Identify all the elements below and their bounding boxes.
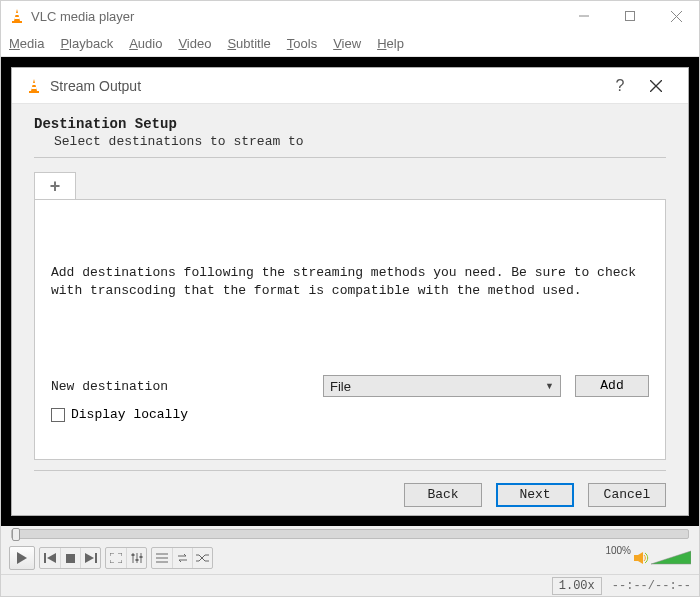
description-text: Add destinations following the streaming…: [51, 264, 649, 299]
svg-rect-17: [66, 554, 75, 563]
volume-slider[interactable]: [651, 550, 691, 566]
stop-button[interactable]: [60, 548, 80, 568]
dialog-titlebar: Stream Output ?: [12, 68, 688, 104]
bottom-controls: 100% 1.00x --:--/--:--: [1, 526, 699, 596]
controls-row: 100%: [1, 542, 699, 574]
close-button[interactable]: [653, 1, 699, 31]
add-tab-button[interactable]: +: [34, 172, 76, 200]
play-button[interactable]: [9, 546, 35, 570]
menu-subtitle[interactable]: Subtitle: [227, 36, 270, 51]
volume-area: 100%: [605, 550, 691, 566]
dialog-buttons: Back Next Cancel: [34, 470, 666, 507]
vlc-cone-icon: [26, 78, 42, 94]
new-destination-row: New destination File ▼ Add: [51, 375, 649, 397]
menu-video[interactable]: Video: [178, 36, 211, 51]
svg-rect-29: [634, 555, 638, 561]
main-title: VLC media player: [31, 9, 561, 24]
add-button[interactable]: Add: [575, 375, 649, 397]
svg-rect-11: [32, 87, 37, 89]
display-locally-row: Display locally: [51, 407, 649, 422]
main-window: VLC media player Media Playback Audio Vi…: [0, 0, 700, 597]
chevron-down-icon: ▼: [545, 381, 554, 391]
seek-track: [11, 529, 689, 539]
svg-rect-15: [44, 553, 46, 563]
speaker-icon[interactable]: [633, 551, 649, 565]
destination-select-value: File: [330, 379, 351, 394]
svg-rect-25: [139, 556, 142, 558]
display-locally-label: Display locally: [71, 407, 188, 422]
svg-marker-18: [85, 553, 94, 563]
svg-rect-1: [12, 21, 22, 23]
tab-content: Add destinations following the streaming…: [34, 199, 666, 460]
svg-rect-3: [15, 17, 20, 19]
dialog-close-button[interactable]: [638, 68, 674, 104]
menu-playback[interactable]: Playback: [60, 36, 113, 51]
svg-rect-5: [626, 12, 635, 21]
svg-marker-31: [651, 551, 691, 564]
svg-rect-19: [95, 553, 97, 563]
menu-tools[interactable]: Tools: [287, 36, 317, 51]
stream-output-dialog: Stream Output ? Destination Setup Select…: [11, 67, 689, 516]
menu-view[interactable]: View: [333, 36, 361, 51]
svg-rect-9: [29, 91, 39, 93]
maximize-button[interactable]: [607, 1, 653, 31]
next-button[interactable]: Next: [496, 483, 574, 507]
svg-rect-24: [135, 559, 138, 561]
menu-media[interactable]: Media: [9, 36, 44, 51]
prev-button[interactable]: [40, 548, 60, 568]
menu-help[interactable]: Help: [377, 36, 404, 51]
dialog-title: Stream Output: [50, 78, 602, 94]
tab-area: + Add destinations following the streami…: [34, 172, 666, 460]
playlist-button[interactable]: [152, 548, 172, 568]
svg-marker-14: [17, 552, 27, 564]
seek-thumb[interactable]: [12, 528, 20, 541]
time-display: --:--/--:--: [612, 579, 691, 593]
status-bar: 1.00x --:--/--:--: [1, 574, 699, 596]
divider: [34, 157, 666, 158]
section-title: Destination Setup: [34, 116, 666, 132]
ext-settings-button[interactable]: [126, 548, 146, 568]
vlc-cone-icon: [9, 8, 25, 24]
new-destination-label: New destination: [51, 379, 323, 394]
next-button[interactable]: [80, 548, 100, 568]
svg-marker-16: [47, 553, 56, 563]
video-area: Stream Output ? Destination Setup Select…: [1, 57, 699, 526]
svg-marker-30: [638, 552, 643, 564]
svg-rect-10: [32, 83, 36, 85]
menubar: Media Playback Audio Video Subtitle Tool…: [1, 31, 699, 57]
minimize-button[interactable]: [561, 1, 607, 31]
dialog-body: Destination Setup Select destinations to…: [12, 104, 688, 515]
seekbar[interactable]: [1, 526, 699, 542]
tab-strip: +: [34, 172, 666, 200]
svg-rect-2: [15, 13, 19, 15]
volume-percent: 100%: [605, 545, 631, 556]
cancel-button[interactable]: Cancel: [588, 483, 666, 507]
playback-speed[interactable]: 1.00x: [552, 577, 602, 595]
display-locally-checkbox[interactable]: [51, 408, 65, 422]
fullscreen-button[interactable]: [106, 548, 126, 568]
loop-button[interactable]: [172, 548, 192, 568]
main-titlebar: VLC media player: [1, 1, 699, 31]
destination-select[interactable]: File ▼: [323, 375, 561, 397]
back-button[interactable]: Back: [404, 483, 482, 507]
random-button[interactable]: [192, 548, 212, 568]
menu-audio[interactable]: Audio: [129, 36, 162, 51]
dialog-help-button[interactable]: ?: [602, 68, 638, 104]
section-subtitle: Select destinations to stream to: [54, 134, 666, 149]
svg-rect-23: [131, 554, 134, 556]
